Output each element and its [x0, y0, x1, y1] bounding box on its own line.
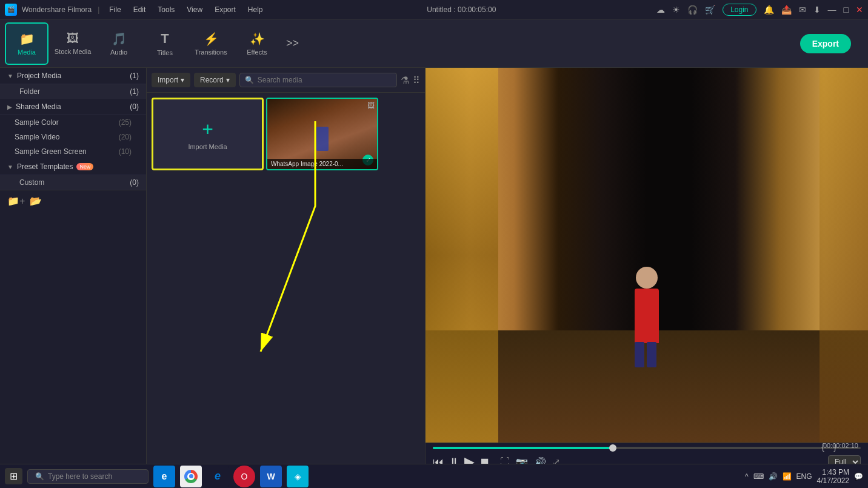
sidebar: ▼ Project Media (1) Folder (1) ▶ Shared … — [0, 68, 147, 473]
app-name: Wondershare Filmora — [22, 5, 92, 14]
sidebar-item-sample-green-screen[interactable]: Sample Green Screen (10) — [0, 144, 146, 159]
new-badge: New — [76, 163, 93, 170]
app-icon: 🎬 — [5, 4, 17, 16]
custom-label: Custom — [19, 178, 44, 187]
titlebar-right: ☁ ☀ 🎧 🛒 Login 🔔 📤 ✉ ⬇ — □ ✕ — [656, 4, 863, 16]
menu-file[interactable]: File — [105, 5, 124, 14]
search-icon: 🔍 — [245, 76, 254, 84]
download-icon[interactable]: ⬇ — [813, 5, 821, 15]
taskbar-search[interactable]: 🔍 Type here to search — [27, 469, 149, 484]
sidebar-item-custom[interactable]: Custom (0) — [0, 175, 146, 190]
close-button[interactable]: ✕ — [856, 5, 863, 15]
toolbar: 📁 Media 🖼 Stock Media 🎵 Audio T Titles ⚡… — [0, 19, 868, 68]
current-time: 1:43 PM — [817, 468, 849, 476]
toolbar-media[interactable]: 📁 Media — [5, 22, 48, 65]
custom-count: (0) — [130, 178, 139, 187]
taskbar-app-chrome[interactable] — [180, 466, 202, 487]
chevron-down-icon: ▼ — [7, 73, 13, 79]
menu-view[interactable]: View — [183, 5, 206, 14]
grid-icon[interactable]: ⠿ — [413, 75, 420, 86]
cart-icon[interactable]: 🛒 — [705, 5, 715, 15]
preview-panel: { } 00:00:02:10 ⏮ ⏸ ▶ ⏹ ⛶ 📷 🔊 ⤢ Full — [426, 68, 868, 473]
volume-icon-taskbar[interactable]: 🔊 — [769, 472, 778, 481]
sidebar-item-sample-color[interactable]: Sample Color (25) — [0, 115, 146, 130]
record-label: Record — [200, 76, 224, 84]
sidebar-item-folder[interactable]: Folder (1) — [0, 84, 146, 99]
media-panel: Import ▾ Record ▾ 🔍 ⚗ ⠿ + Import Media — [147, 68, 426, 473]
folder-button[interactable]: 📂 — [30, 195, 42, 207]
search-input[interactable] — [258, 76, 392, 84]
notification-taskbar-icon[interactable]: 💬 — [854, 472, 863, 481]
filter-icon[interactable]: ⚗ — [401, 75, 409, 86]
sidebar-section-preset-templates[interactable]: ▼ Preset Templates New — [0, 159, 146, 175]
taskbar-right: ^ ⌨ 🔊 📶 ENG 1:43 PM 4/17/2022 💬 — [745, 468, 863, 485]
notification-icon[interactable]: 🔔 — [764, 5, 774, 15]
current-date: 4/17/2022 — [817, 476, 849, 485]
maximize-button[interactable]: □ — [844, 5, 849, 15]
sample-green-screen-label: Sample Green Screen — [15, 147, 87, 156]
sample-video-label: Sample Video — [15, 133, 60, 141]
cloud-icon[interactable]: ☁ — [656, 5, 665, 15]
menu-help[interactable]: Help — [244, 5, 267, 14]
sidebar-section-project-media[interactable]: ▼ Project Media (1) — [0, 68, 146, 84]
menu-edit[interactable]: Edit — [130, 5, 150, 14]
wifi-icon[interactable]: 📶 — [783, 472, 792, 481]
taskbar-app-edge-legacy[interactable]: e — [153, 466, 175, 487]
add-folder-button[interactable]: 📁+ — [7, 195, 25, 207]
import-button[interactable]: Import ▾ — [152, 73, 190, 87]
taskbar-app-edge[interactable]: e — [207, 466, 229, 487]
toolbar-transitions[interactable]: ⚡ Transitions — [189, 22, 233, 65]
sidebar-section-shared-media[interactable]: ▶ Shared Media (0) — [0, 99, 146, 115]
time-display: 00:00:02:10 — [823, 442, 858, 449]
menu-export[interactable]: Export — [211, 5, 239, 14]
start-button[interactable]: ⊞ — [5, 468, 22, 484]
sun-icon[interactable]: ☀ — [672, 5, 680, 15]
media-label: Media — [18, 48, 36, 56]
record-dropdown-icon[interactable]: ▾ — [226, 76, 230, 84]
export-button[interactable]: Export — [800, 34, 851, 53]
stock-media-icon: 🖼 — [67, 32, 79, 45]
transitions-icon: ⚡ — [204, 32, 219, 46]
taskbar-app-misc[interactable]: ◈ — [287, 466, 309, 487]
keyboard-icon[interactable]: ⌨ — [753, 472, 764, 481]
sample-green-screen-count: (10) — [119, 147, 132, 156]
import-placeholder[interactable]: + Import Media — [152, 98, 264, 170]
minimize-button[interactable]: — — [828, 5, 836, 15]
project-media-count: (1) — [130, 72, 139, 80]
transitions-label: Transitions — [195, 48, 227, 56]
shared-media-count: (0) — [130, 102, 139, 111]
import-dropdown-icon[interactable]: ▾ — [181, 76, 184, 84]
toolbar-titles[interactable]: T Titles — [143, 22, 187, 65]
sidebar-item-sample-video[interactable]: Sample Video (20) — [0, 130, 146, 144]
toolbar-more[interactable]: >> — [281, 32, 304, 55]
sidebar-preset-templates-label: Preset Templates — [17, 162, 73, 171]
taskbar-app-word[interactable]: W — [260, 466, 282, 487]
effects-icon: ✨ — [250, 32, 265, 46]
media-item-whatsapp[interactable]: 🖼 ✓ WhatsApp Image 2022-0... — [266, 98, 378, 170]
chevron-up-icon[interactable]: ^ — [745, 472, 749, 481]
media-grid: + Import Media 🖼 ✓ WhatsApp Image 2022-0… — [147, 93, 425, 473]
menu-tools[interactable]: Tools — [154, 5, 178, 14]
audio-icon: 🎵 — [112, 32, 127, 46]
record-button[interactable]: Record ▾ — [194, 73, 236, 87]
login-button[interactable]: Login — [723, 4, 756, 16]
progress-bar[interactable]: { } 00:00:02:10 — [433, 447, 861, 449]
media-item-label: WhatsApp Image 2022-0... — [267, 159, 377, 169]
mail-icon[interactable]: ✉ — [799, 5, 806, 15]
search-box[interactable]: 🔍 — [239, 73, 397, 87]
folder-label: Folder — [19, 87, 40, 96]
toolbar-audio[interactable]: 🎵 Audio — [97, 22, 141, 65]
toolbar-stock-media[interactable]: 🖼 Stock Media — [51, 22, 95, 65]
progress-thumb[interactable] — [609, 444, 616, 452]
sample-color-count: (25) — [119, 118, 132, 127]
share-icon[interactable]: 📤 — [781, 5, 792, 15]
headphone-icon[interactable]: 🎧 — [687, 5, 698, 15]
effects-label: Effects — [247, 48, 267, 56]
sample-color-label: Sample Color — [15, 118, 59, 127]
folder-count: (1) — [130, 87, 139, 96]
main-area: ▼ Project Media (1) Folder (1) ▶ Shared … — [0, 68, 868, 473]
language-indicator: ENG — [796, 472, 812, 481]
stock-media-label: Stock Media — [55, 48, 92, 55]
toolbar-effects[interactable]: ✨ Effects — [235, 22, 279, 65]
taskbar-app-opera[interactable]: O — [233, 466, 255, 487]
